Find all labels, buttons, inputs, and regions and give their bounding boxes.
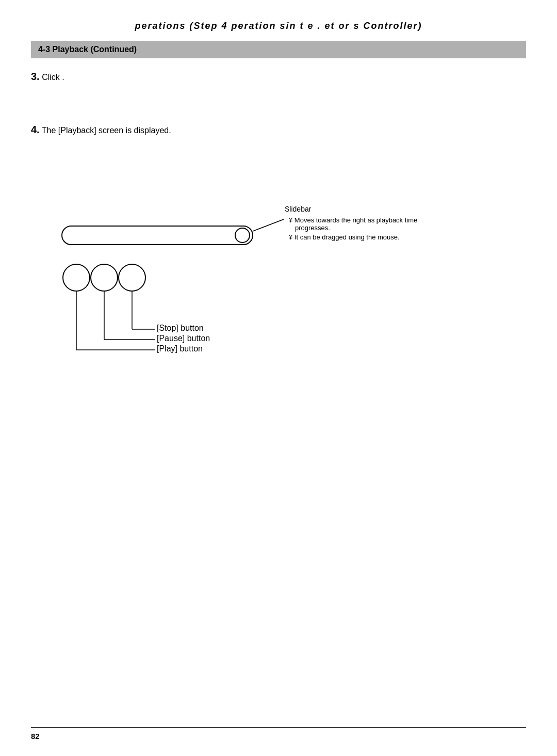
slidebar-bullet1: ¥ Moves towards the right as playback ti…	[285, 216, 417, 224]
section-header: 4-3 Playback (Continued)	[31, 41, 526, 58]
slidebar-handle	[235, 228, 250, 243]
play-button-label: [Play] button	[157, 344, 203, 353]
step-3-dot: .	[62, 73, 64, 82]
stop-circle	[119, 264, 145, 291]
page-header-title: perations (Step 4 peration sin t e . et …	[31, 21, 526, 31]
step-3: 3. Click .	[31, 71, 526, 83]
step-4-number: 4.	[31, 124, 40, 135]
slidebar-connector-line	[253, 219, 284, 231]
step-4-text: The [Playback] screen is displayed.	[42, 126, 171, 135]
page-container: perations (Step 4 peration sin t e . et …	[0, 0, 557, 756]
slidebar-bullet2: ¥ It can be dragged using the mouse.	[285, 233, 417, 241]
pause-button-label: [Pause] button	[157, 334, 210, 343]
slidebar-label: Slidebar	[285, 205, 417, 213]
diagram-svg	[31, 198, 526, 373]
step-4: 4. The [Playback] screen is displayed.	[31, 124, 526, 136]
slidebar-annotation: Slidebar ¥ Moves towards the right as pl…	[285, 205, 417, 241]
diagram-area: Slidebar ¥ Moves towards the right as pl…	[31, 198, 526, 373]
pause-circle	[91, 264, 118, 291]
step-3-number: 3.	[31, 71, 40, 82]
page-number: 82	[31, 732, 40, 741]
playback-bar	[62, 226, 253, 245]
stop-button-label: [Stop] button	[157, 324, 204, 333]
slidebar-bullet1b: progresses.	[285, 224, 417, 232]
step-3-text: Click	[42, 73, 60, 82]
play-circle	[63, 264, 90, 291]
bottom-rule	[31, 727, 526, 728]
